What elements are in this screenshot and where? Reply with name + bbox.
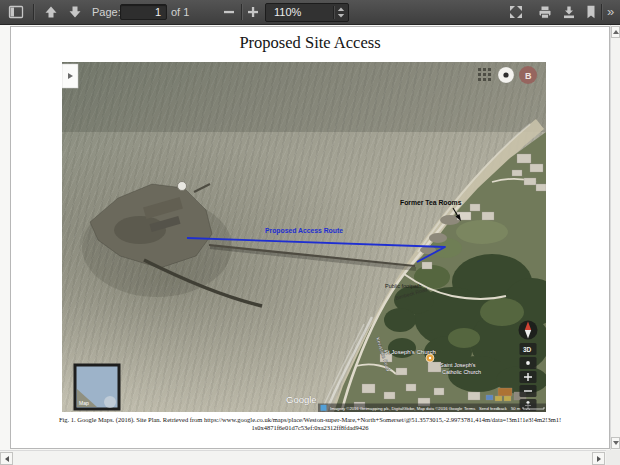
download-button[interactable] — [559, 2, 579, 22]
google-logo: Google — [286, 394, 317, 405]
zoom-value: 110% — [274, 4, 301, 21]
side-panel-tab — [62, 64, 78, 88]
scrollbar-corner — [606, 450, 620, 465]
catholic-church-label-line1: Saint Joseph's — [440, 362, 476, 368]
mini-map-label: Map — [79, 400, 89, 406]
compass-control — [519, 321, 538, 340]
bookmark-button[interactable] — [582, 2, 600, 22]
st-josephs-church-label: St Joseph's Church — [384, 349, 436, 355]
zoom-in-button[interactable] — [243, 2, 263, 22]
map-zoom-in-button — [520, 371, 537, 383]
spinner-arrows-icon — [336, 6, 346, 19]
terms-link: Terms — [464, 406, 475, 411]
apps-grid-icon — [478, 68, 491, 81]
pdf-page: Proposed Site Access — [10, 26, 610, 449]
svg-text:B: B — [525, 71, 532, 81]
water-shading — [62, 62, 546, 132]
send-feedback-link: Send feedback — [479, 406, 508, 411]
page-count-label: of 1 — [171, 0, 189, 25]
sidebar-toggle-icon — [8, 4, 24, 20]
plus-icon — [245, 4, 261, 20]
page-title: Proposed Site Access — [11, 33, 609, 53]
triangle-up-icon — [613, 30, 619, 34]
minus-icon — [221, 4, 237, 20]
proposed-access-route-label: Proposed Access Route — [265, 227, 343, 235]
island-tank — [178, 182, 187, 191]
mini-map: Map — [75, 365, 119, 409]
attribution-text: Imagery ©2016 Getmapping plc, DigitalGlo… — [330, 406, 463, 411]
caption-line-1: Fig. 1. Google Maps. (2016). Site Plan. … — [11, 416, 609, 424]
fullscreen-icon — [508, 4, 524, 20]
scroll-right-button[interactable] — [592, 452, 605, 465]
svg-text:3D: 3D — [523, 346, 532, 353]
imagery-icon — [321, 405, 327, 411]
site-map-image: Proposed Access Route Former Tea Rooms S… — [62, 62, 546, 412]
chevron-double-right-icon: » — [607, 2, 614, 22]
figure-caption: Fig. 1. Google Maps. (2016). Site Plan. … — [11, 416, 609, 432]
map-zoom-out-button — [520, 385, 537, 397]
attribution-bar: Imagery ©2016 Getmapping plc, DigitalGlo… — [318, 404, 546, 413]
account-avatar: B — [519, 66, 537, 84]
triangle-left-icon — [5, 456, 9, 462]
select-divider — [333, 6, 334, 19]
map-3d-button: 3D — [520, 343, 537, 355]
page-number-input[interactable]: 1 — [120, 4, 167, 20]
print-button[interactable] — [535, 2, 555, 22]
printer-icon — [537, 4, 553, 20]
presentation-mode-button[interactable] — [506, 2, 526, 22]
page-label: Page: — [92, 0, 121, 25]
next-page-button[interactable] — [64, 2, 86, 22]
notifications-button — [498, 67, 514, 83]
scroll-left-button[interactable] — [0, 452, 13, 465]
toolbar-separator — [33, 4, 34, 20]
church-marker-icon — [426, 354, 434, 362]
scroll-up-button[interactable] — [611, 26, 620, 38]
map-my-location-button — [520, 357, 537, 369]
zoom-select[interactable]: 110% — [265, 3, 349, 22]
former-tea-rooms-label: Former Tea Rooms — [400, 199, 462, 206]
triangle-down-icon — [613, 441, 619, 445]
toolbar-separator — [241, 4, 242, 20]
caption-line-2: 1s0x4871f6e01d7c53ef:0xa2312ff8fdad9426 — [11, 424, 609, 432]
download-icon — [561, 4, 577, 20]
catholic-church-label-line2: Catholic Church — [442, 369, 481, 375]
scroll-down-button[interactable] — [611, 437, 620, 449]
triangle-right-icon — [597, 456, 601, 462]
arrow-up-icon — [43, 4, 59, 20]
horizontal-scrollbar[interactable] — [0, 450, 606, 465]
bookmark-icon — [583, 4, 599, 20]
vertical-scrollbar[interactable] — [610, 25, 620, 450]
more-tools-button[interactable]: » — [602, 2, 619, 22]
arrow-down-icon — [67, 4, 83, 20]
pier-shadow — [210, 247, 416, 269]
sidebar-toggle-button[interactable] — [5, 2, 27, 22]
birnbeck-pier — [209, 245, 415, 266]
zoom-out-button[interactable] — [219, 2, 239, 22]
previous-page-button[interactable] — [40, 2, 62, 22]
scale-label: 50 m — [511, 406, 521, 411]
pdf-toolbar: Page: 1 of 1 110% — [0, 0, 620, 25]
